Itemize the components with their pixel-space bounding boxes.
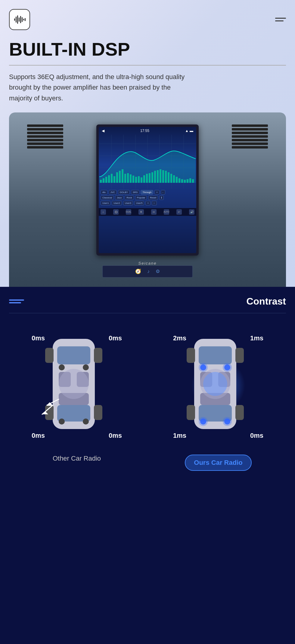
left-car-item: 0ms 0ms 0ms 0ms (9, 322, 144, 462)
right-car-item: 2ms 1ms 1ms 0ms (151, 322, 286, 471)
svg-rect-45 (168, 172, 169, 183)
right-car-with-labels: 2ms 1ms 1ms 0ms (173, 322, 263, 449)
svg-rect-71 (199, 346, 232, 364)
svg-rect-39 (151, 172, 153, 183)
our-car-badge[interactable]: Ours Car Radio (185, 455, 251, 471)
dual-icon[interactable]: DUAL (126, 209, 131, 215)
screen-bottom-controls: ⌂ ⏻ DUAL ❄ ⇔ AUTO ↩ 🔊 (99, 208, 196, 216)
svg-rect-24 (111, 174, 113, 183)
fan-icon[interactable]: ⇔ (151, 209, 157, 215)
svg-rect-41 (157, 170, 159, 183)
eq-dts-btn[interactable]: dts (101, 190, 107, 195)
svg-rect-5 (20, 16, 21, 23)
eq-controls: dts JVC DOLBY SRS Through + - Classical … (99, 189, 196, 207)
svg-rect-7 (23, 19, 24, 20)
eq-user2-btn[interactable]: User2 (112, 201, 122, 205)
left-car-tr-label: 0ms (109, 334, 122, 342)
svg-rect-48 (176, 177, 178, 183)
eq-jvc-btn[interactable]: JVC (109, 190, 117, 195)
contrast-lines-icon (9, 299, 24, 303)
svg-rect-46 (170, 174, 172, 183)
eq-vol-up-btn[interactable]: + (154, 190, 160, 195)
right-car-bl-label: 1ms (173, 432, 186, 440)
console-nav-icon: 🧭 (135, 268, 141, 274)
svg-point-86 (199, 417, 208, 426)
brand-label: Seicane (138, 261, 157, 265)
svg-rect-50 (181, 179, 183, 183)
eq-dolby-btn[interactable]: DOLBY (118, 190, 130, 195)
eq-srs-btn[interactable]: SRS (131, 190, 139, 195)
eq-row-1: dts JVC DOLBY SRS Through + - (101, 190, 194, 195)
eq-rock-btn[interactable]: Rock (125, 195, 134, 200)
home-icon[interactable]: ⌂ (101, 209, 106, 215)
right-vent (232, 124, 268, 256)
eq-info-btn[interactable]: ℹ (159, 195, 164, 200)
screen-bezel: ◀ 17:55 ▲ ▬ (96, 124, 199, 256)
svg-rect-63 (94, 348, 102, 363)
svg-point-69 (83, 419, 89, 425)
vol-icon[interactable]: 🔊 (189, 209, 194, 215)
auto-icon[interactable]: AUTO (164, 209, 169, 215)
left-car-with-labels: 0ms 0ms 0ms 0ms (32, 322, 122, 449)
svg-point-82 (199, 363, 208, 372)
eq-user3-btn[interactable]: User3 (123, 201, 133, 205)
eq-jazz-btn[interactable]: Jazz (115, 195, 123, 200)
svg-rect-37 (146, 174, 148, 183)
eq-user5-btn[interactable]: User5 (134, 201, 144, 205)
eq-vol-down-btn[interactable]: - (161, 190, 165, 195)
right-car-tl-label: 2ms (173, 334, 186, 342)
svg-rect-6 (22, 17, 23, 22)
svg-rect-34 (138, 176, 140, 183)
svg-rect-27 (119, 171, 121, 183)
svg-rect-28 (122, 169, 123, 183)
console-music-icon: ♪ (147, 269, 150, 274)
svg-rect-36 (143, 175, 145, 183)
svg-rect-43 (162, 170, 164, 183)
eq-popular-btn[interactable]: Popular (135, 195, 147, 200)
svg-rect-4 (19, 17, 20, 22)
svg-rect-29 (124, 174, 126, 183)
eq-reset-btn[interactable]: Reset (148, 195, 158, 200)
eq-minus-btn[interactable]: − (152, 201, 157, 205)
lower-console-display: 🧭 ♪ ⚙ (102, 265, 193, 278)
hamburger-menu-icon[interactable] (275, 18, 286, 21)
svg-rect-65 (94, 405, 102, 420)
left-vent (27, 124, 63, 256)
svg-rect-31 (130, 174, 132, 183)
svg-rect-49 (179, 178, 180, 183)
eq-display (99, 135, 196, 189)
eq-classical-btn[interactable]: Classical (101, 195, 114, 200)
sync-icon[interactable]: ↩ (176, 209, 182, 215)
ac-icon[interactable]: ❄ (138, 209, 144, 215)
svg-rect-56 (57, 346, 90, 364)
contrast-title: Contrast (246, 296, 286, 307)
contrast-section: Contrast 0ms 0ms 0ms 0ms (0, 287, 295, 644)
svg-rect-62 (45, 348, 54, 363)
left-car-bl-label: 0ms (32, 432, 45, 440)
svg-rect-52 (187, 179, 188, 183)
svg-point-67 (83, 364, 89, 370)
svg-rect-42 (160, 169, 161, 183)
svg-rect-79 (187, 405, 195, 420)
svg-rect-22 (105, 177, 107, 183)
svg-rect-40 (154, 171, 156, 183)
svg-rect-20 (100, 180, 102, 183)
svg-rect-77 (187, 348, 195, 363)
eq-user1-btn[interactable]: User1 (101, 201, 110, 205)
svg-rect-2 (16, 17, 17, 23)
header-section: BUILT-IN DSP Supports 36EQ adjustment, a… (0, 0, 295, 287)
eq-through-btn[interactable]: Through (141, 190, 153, 195)
dashboard-mock: ◀ 17:55 ▲ ▬ (9, 112, 286, 287)
eq-add-btn[interactable]: + (145, 201, 151, 205)
console-settings-icon: ⚙ (156, 268, 160, 274)
left-car-label: Other Car Radio (53, 455, 101, 462)
svg-rect-30 (127, 173, 129, 183)
description-text: Supports 36EQ adjustment, and the ultra-… (9, 72, 190, 103)
screen-time: 17:55 (140, 129, 149, 133)
power-icon[interactable]: ⏻ (113, 209, 119, 215)
svg-point-88 (223, 417, 232, 426)
svg-point-61 (59, 369, 89, 399)
svg-rect-51 (184, 180, 186, 183)
svg-point-68 (59, 419, 65, 425)
screen-top-bar: ◀ 17:55 ▲ ▬ (99, 127, 196, 135)
